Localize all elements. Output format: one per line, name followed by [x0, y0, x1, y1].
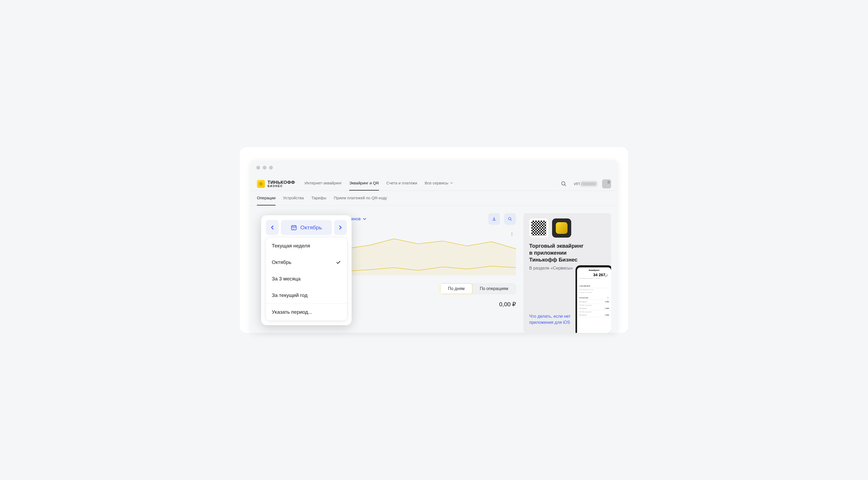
next-month-button[interactable] [334, 220, 347, 235]
nav-acquiring-qr[interactable]: Эквайринг и QR [349, 177, 379, 190]
traffic-dot[interactable] [256, 166, 260, 170]
logo[interactable]: ТИНЬКОФФ БИЗНЕС [257, 180, 295, 188]
period-option-current-year[interactable]: За текущий год [266, 287, 347, 304]
expand-icon [509, 232, 514, 237]
traffic-dot[interactable] [269, 166, 273, 170]
promo-card: Торговый эквайринг в приложении Тинькофф… [523, 213, 611, 333]
app-icon [552, 218, 571, 238]
toggle-by-days[interactable]: По дням [440, 283, 472, 294]
logo-line2: БИЗНЕС [268, 185, 295, 187]
prev-month-button[interactable] [266, 220, 279, 235]
period-picker-popover: Октябрь Текущая неделя Октябрь За 3 меся… [261, 215, 351, 325]
subnav-devices[interactable]: Устройства [283, 191, 304, 205]
nav-all-services[interactable]: Все сервисы [425, 177, 453, 190]
wallet-icon[interactable] [602, 179, 611, 188]
search-ops-button[interactable] [504, 213, 516, 225]
subnav-qr-payments[interactable]: Прием платежей по QR-коду [334, 191, 387, 205]
chevron-down-icon [450, 181, 453, 185]
toggle-by-operations[interactable]: По операциям [472, 283, 516, 294]
search-button[interactable] [559, 179, 568, 189]
app-header: ТИНЬКОФФ БИЗНЕС Интернет-эквайринг Эквай… [250, 173, 618, 191]
period-option-current-week[interactable]: Текущая неделя [266, 238, 347, 254]
qr-code-icon [529, 218, 548, 238]
period-option-3-months[interactable]: За 3 месяца [266, 271, 347, 287]
promo-title: Торговый эквайринг в приложении Тинькофф… [529, 242, 605, 263]
promo-ios-link[interactable]: Что делать, если нет приложения для iOS [529, 313, 570, 325]
svg-point-4 [293, 228, 294, 228]
chevron-right-icon [338, 225, 343, 230]
phone-mockup: Эквайринг 34 267,4 Суммарный оборот с 1 … [576, 265, 611, 333]
current-month-label: Октябрь [300, 224, 322, 231]
user-name-redacted [581, 182, 597, 186]
logo-shield-icon [257, 180, 265, 188]
chevron-left-icon [270, 225, 275, 230]
period-options-list: Текущая неделя Октябрь За 3 месяца За те… [266, 238, 347, 320]
user-prefix: ИП [574, 181, 580, 186]
user-account[interactable]: ИП [574, 181, 597, 186]
svg-point-6 [292, 229, 293, 229]
expand-chart-button[interactable] [509, 232, 514, 237]
logo-text: ТИНЬКОФФ БИЗНЕС [268, 180, 295, 187]
nav-all-services-label: Все сервисы [425, 181, 448, 185]
checkmark-icon [336, 260, 341, 265]
period-option-custom[interactable]: Указать период... [266, 304, 347, 320]
svg-point-1 [508, 217, 511, 220]
chevron-down-icon [363, 217, 367, 221]
calendar-icon [291, 224, 297, 231]
svg-point-5 [294, 228, 295, 228]
search-icon [561, 181, 567, 187]
sub-nav: Операции Устройства Тарифы Прием платеже… [250, 191, 618, 206]
traffic-dot[interactable] [263, 166, 267, 170]
download-button[interactable] [488, 213, 500, 225]
logo-line1: ТИНЬКОФФ [268, 180, 295, 185]
svg-point-3 [292, 228, 293, 228]
period-option-october[interactable]: Октябрь [266, 254, 347, 271]
download-icon [492, 217, 496, 221]
subnav-tariffs[interactable]: Тарифы [311, 191, 327, 205]
search-icon [508, 217, 513, 221]
subnav-operations[interactable]: Операции [257, 191, 276, 205]
nav-accounts-payments[interactable]: Счета и платежи [386, 177, 417, 190]
main-nav: Интернет-эквайринг Эквайринг и QR Счета … [305, 177, 559, 190]
current-month-button[interactable]: Октябрь [281, 220, 332, 235]
svg-point-7 [293, 229, 294, 229]
window-traffic-lights [250, 160, 618, 173]
nav-internet-acquiring[interactable]: Интернет-эквайринг [305, 177, 342, 190]
view-toggle: По дням По операциям [440, 283, 516, 294]
